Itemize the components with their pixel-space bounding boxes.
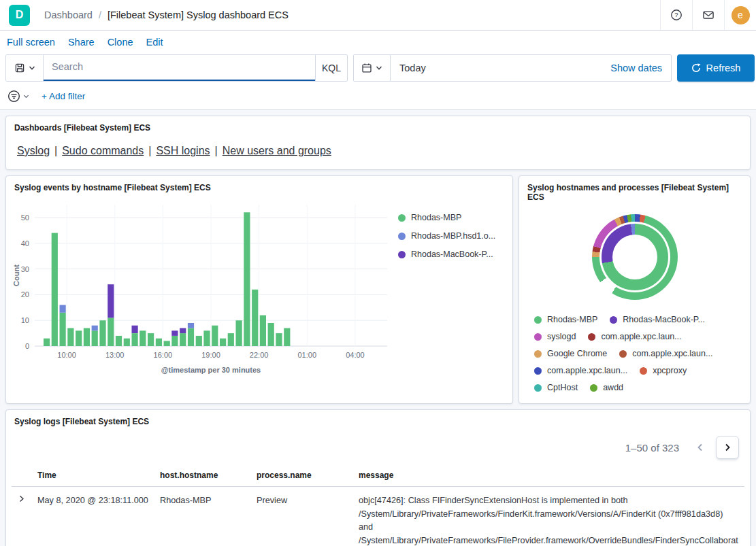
legend-color-dot <box>398 214 406 222</box>
donut-hole <box>612 235 657 279</box>
dashboard-link-new-users-and-groups[interactable]: New users and groups <box>223 145 331 156</box>
legend-color-dot <box>534 316 542 324</box>
action-clone[interactable]: Clone <box>108 37 133 48</box>
svg-text:50: 50 <box>21 214 29 222</box>
expander-cell <box>12 487 32 546</box>
legend-color-dot <box>640 367 647 375</box>
dashboard-action-bar: Full screenShareCloneEdit <box>0 31 756 53</box>
action-share[interactable]: Share <box>68 37 95 48</box>
log-time: May 8, 2020 @ 23:18:11.000 <box>32 487 154 546</box>
dashboard-link-sudo-commands[interactable]: Sudo commands <box>62 145 144 156</box>
legend-color-dot <box>534 367 542 375</box>
legend-item-rhodas-macbook-p[interactable]: Rhodas-MacBook-P... <box>398 250 495 259</box>
legend-item-google-chrome[interactable]: Google Chrome <box>534 349 607 358</box>
pagination-range: 1–50 of 323 <box>625 442 679 454</box>
legend-label: Rhodas-MacBook-P... <box>623 315 705 324</box>
legend-item-cpthost[interactable]: CptHost <box>534 383 578 392</box>
legend-color-dot <box>610 316 617 324</box>
charts-row: Syslog events by hostname [Filebeat Syst… <box>5 175 751 404</box>
svg-text:0: 0 <box>25 342 29 350</box>
svg-text:13:00: 13:00 <box>105 351 125 359</box>
panel-title: Syslog events by hostname [Filebeat Syst… <box>12 182 507 195</box>
breadcrumb: Dashboard / [Filebeat System] Syslog das… <box>44 10 289 20</box>
legend-item-syslogd[interactable]: syslogd <box>534 332 576 341</box>
svg-text:22:00: 22:00 <box>250 351 269 359</box>
chevron-down-icon <box>23 93 29 99</box>
legend-label: CptHost <box>547 383 578 392</box>
histogram-chart[interactable]: 0102030405010:0013:0016:0019:0022:0001:0… <box>12 195 393 377</box>
saved-query-menu-button[interactable] <box>6 55 44 81</box>
legend-item-com-apple-xpc-laun[interactable]: com.apple.xpc.laun... <box>619 349 712 358</box>
legend-color-dot <box>590 384 597 392</box>
logs-table: Timehost.hostnameprocess.namemessage May… <box>12 464 744 546</box>
chevron-down-icon <box>29 65 35 71</box>
legend-item-rhodas-macbook-p[interactable]: Rhodas-MacBook-P... <box>610 315 705 324</box>
filter-options-button[interactable] <box>7 90 33 103</box>
column-header-message: message <box>353 464 744 487</box>
svg-text:?: ? <box>674 11 678 18</box>
svg-text:Count: Count <box>12 265 20 286</box>
next-page-button[interactable] <box>716 436 739 459</box>
add-filter-button[interactable]: + Add filter <box>42 91 85 101</box>
user-menu-button[interactable]: e <box>724 0 756 30</box>
legend-color-dot <box>534 350 542 358</box>
legend-label: Rhodas-MBP <box>411 213 461 222</box>
legend-label: Rhodas-MacBook-P... <box>411 250 493 259</box>
space-avatar[interactable]: D <box>9 5 30 26</box>
query-bar: KQL Today Show dates Refresh <box>0 53 756 88</box>
legend-label: Rhodas-MBP.hsd1.o... <box>411 231 495 241</box>
panel-hostnames-processes: Syslog hostnames and processes [Filebeat… <box>519 175 751 404</box>
legend-label: com.apple.xpc.laun... <box>547 366 627 375</box>
column-header-host-hostname: host.hostname <box>154 464 251 487</box>
legend-label: awdd <box>603 383 623 392</box>
logs-table-header: Timehost.hostnameprocess.namemessage <box>12 464 744 487</box>
svg-text:@timestamp per 30 minutes: @timestamp per 30 minutes <box>161 366 261 374</box>
previous-page-button[interactable] <box>689 436 712 459</box>
legend-color-dot <box>398 233 406 240</box>
legend-label: syslogd <box>547 332 576 341</box>
filter-icon <box>7 90 20 103</box>
svg-text:40: 40 <box>21 239 29 248</box>
legend-item-com-apple-xpc-laun[interactable]: com.apple.xpc.laun... <box>588 332 681 341</box>
legend-label: Rhodas-MBP <box>547 315 597 324</box>
legend-color-dot <box>534 333 542 341</box>
column-header-process-name: process.name <box>251 464 353 487</box>
refresh-icon <box>691 63 701 73</box>
dashboard-link-ssh-logins[interactable]: SSH logins <box>156 145 210 156</box>
legend-item-rhodas-mbp-hsd1-o[interactable]: Rhodas-MBP.hsd1.o... <box>398 231 495 241</box>
help-button[interactable]: ? <box>660 0 692 30</box>
table-row: May 8, 2020 @ 23:18:11.000Rhodas-MBPPrev… <box>12 487 744 546</box>
date-quick-select-button[interactable] <box>354 55 391 81</box>
dashboard-grid: Dashboards [Filebeat System] ECS Syslog|… <box>0 110 756 546</box>
legend-item-rhodas-mbp[interactable]: Rhodas-MBP <box>398 213 495 222</box>
legend-item-awdd[interactable]: awdd <box>590 383 623 392</box>
dashboard-link-syslog[interactable]: Syslog <box>17 145 50 156</box>
legend-item-rhodas-mbp[interactable]: Rhodas-MBP <box>534 315 597 324</box>
link-separator: | <box>215 145 218 156</box>
legend-label: xpcproxy <box>653 366 687 375</box>
avatar: e <box>732 6 750 24</box>
refresh-label: Refresh <box>706 63 741 73</box>
legend-item-xpcproxy[interactable]: xpcproxy <box>640 366 687 375</box>
action-full-screen[interactable]: Full screen <box>7 37 55 48</box>
panel-syslog-events: Syslog events by hostname [Filebeat Syst… <box>5 175 513 404</box>
show-dates-button[interactable]: Show dates <box>602 63 671 73</box>
save-query-icon <box>14 63 25 73</box>
legend-item-com-apple-xpc-laun[interactable]: com.apple.xpc.laun... <box>534 366 627 375</box>
refresh-button[interactable]: Refresh <box>677 54 755 82</box>
newsfeed-button[interactable] <box>692 0 724 30</box>
svg-text:04:00: 04:00 <box>346 351 365 359</box>
action-edit[interactable]: Edit <box>146 37 163 48</box>
panel-title: Dashboards [Filebeat System] ECS <box>12 122 744 135</box>
expand-row-button[interactable] <box>17 494 26 503</box>
link-separator: | <box>54 145 57 156</box>
date-range-value[interactable]: Today <box>391 63 602 73</box>
log-message: objc[47426]: Class FIFinderSyncExtension… <box>353 487 744 546</box>
legend-color-dot <box>398 251 406 258</box>
legend-color-dot <box>534 384 542 392</box>
breadcrumb-dashboard[interactable]: Dashboard <box>44 10 93 20</box>
kql-language-button[interactable]: KQL <box>315 55 347 81</box>
chevron-right-icon <box>722 442 733 453</box>
search-input[interactable] <box>44 55 315 81</box>
donut-chart[interactable] <box>592 214 678 300</box>
